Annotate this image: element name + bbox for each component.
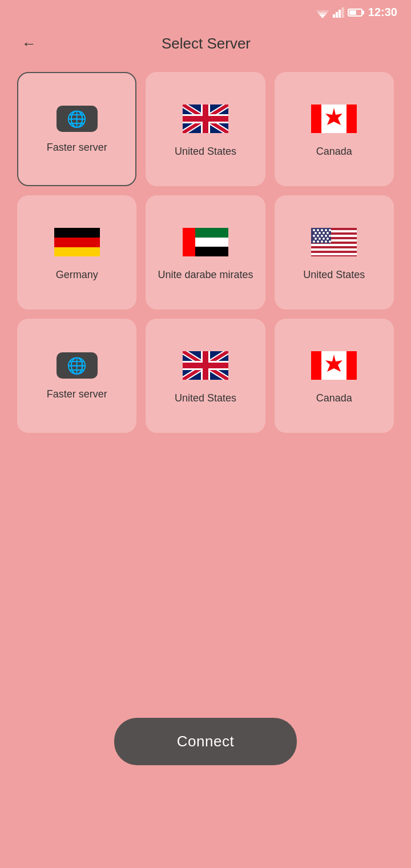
svg-point-53 <box>327 238 329 240</box>
battery-icon <box>348 9 362 17</box>
server-name-canada-2: Canada <box>316 392 352 405</box>
header: ← Select Server <box>0 19 411 63</box>
svg-rect-22 <box>54 238 100 247</box>
svg-rect-34 <box>311 253 357 255</box>
server-name-united-states-1: United States <box>175 145 236 158</box>
server-name-united-states-2: United States <box>303 268 365 282</box>
svg-rect-70 <box>346 351 357 380</box>
svg-point-45 <box>313 235 315 237</box>
svg-rect-5 <box>336 12 338 18</box>
flag-container-usa <box>308 225 360 259</box>
svg-point-38 <box>321 229 323 231</box>
svg-point-58 <box>329 240 331 243</box>
svg-rect-16 <box>183 116 228 122</box>
svg-point-42 <box>319 232 321 234</box>
server-card-faster-server-2[interactable]: 🌐 Faster server <box>17 319 136 433</box>
server-card-canada-1[interactable]: Canada <box>275 72 394 186</box>
svg-point-55 <box>317 240 319 243</box>
svg-point-52 <box>323 238 325 240</box>
connect-button[interactable]: Connect <box>114 718 297 765</box>
uk-flag-icon-2 <box>183 351 228 380</box>
svg-point-43 <box>323 232 325 234</box>
uae-flag-icon <box>183 228 228 256</box>
svg-point-39 <box>325 229 327 231</box>
server-name-uae: Unite darabe mirates <box>158 268 253 282</box>
server-name-germany: Germany <box>56 268 98 282</box>
svg-rect-6 <box>339 10 341 18</box>
svg-point-57 <box>325 240 327 243</box>
svg-rect-69 <box>311 351 321 380</box>
wifi-icon <box>316 7 329 18</box>
server-card-united-states-2[interactable]: United States <box>275 195 394 310</box>
globe-icon: 🌐 <box>57 106 98 132</box>
flag-container-uk-2 <box>180 348 231 383</box>
svg-point-37 <box>317 229 319 231</box>
svg-point-44 <box>327 232 329 234</box>
server-card-united-states-3[interactable]: United States <box>146 319 265 433</box>
svg-point-54 <box>313 240 315 243</box>
flag-container-uae <box>180 225 231 259</box>
page-title: Select Server <box>41 35 371 53</box>
svg-point-51 <box>319 238 321 240</box>
connect-section: Connect <box>0 718 411 765</box>
svg-point-49 <box>329 235 331 237</box>
status-bar: 12:30 <box>0 0 411 19</box>
canada-flag-icon-1 <box>311 105 357 133</box>
svg-rect-27 <box>183 228 195 256</box>
svg-rect-33 <box>311 248 357 251</box>
svg-rect-18 <box>311 105 321 133</box>
server-grid: 🌐 Faster server United States <box>0 63 411 442</box>
svg-rect-4 <box>333 14 335 18</box>
server-card-faster-server-1[interactable]: 🌐 Faster server <box>17 72 136 186</box>
back-button[interactable]: ← <box>17 30 41 57</box>
svg-rect-19 <box>346 105 357 133</box>
usa-flag-icon <box>311 228 357 256</box>
svg-rect-7 <box>341 7 344 18</box>
signal-icon <box>333 7 344 18</box>
svg-rect-67 <box>183 363 228 368</box>
flag-container-uk <box>180 102 231 136</box>
svg-rect-32 <box>311 244 357 246</box>
svg-rect-21 <box>54 228 100 238</box>
svg-point-50 <box>315 238 317 240</box>
server-name-canada-1: Canada <box>316 145 352 158</box>
flag-container-germany <box>51 225 103 259</box>
uk-flag-icon <box>183 105 228 133</box>
status-time: 12:30 <box>368 6 397 19</box>
svg-point-56 <box>321 240 323 243</box>
server-card-germany[interactable]: Germany <box>17 195 136 310</box>
server-name-united-states-3: United States <box>175 392 236 405</box>
status-icons: 12:30 <box>316 6 397 19</box>
svg-point-46 <box>317 235 319 237</box>
flag-container-canada-1 <box>308 102 360 136</box>
svg-point-40 <box>329 229 331 231</box>
server-card-united-states-1[interactable]: United States <box>146 72 265 186</box>
server-card-canada-2[interactable]: Canada <box>275 319 394 433</box>
flag-container-canada-2 <box>308 348 360 383</box>
svg-point-48 <box>325 235 327 237</box>
server-name-faster-server-2: Faster server <box>47 388 107 401</box>
svg-point-41 <box>315 232 317 234</box>
canada-flag-icon-2 <box>311 351 357 380</box>
back-arrow-icon: ← <box>22 35 37 52</box>
globe-icon-2: 🌐 <box>57 352 98 379</box>
svg-point-47 <box>321 235 323 237</box>
svg-point-36 <box>313 229 315 231</box>
germany-flag-icon <box>54 228 100 256</box>
svg-rect-23 <box>54 247 100 256</box>
server-name-faster-server-1: Faster server <box>47 141 107 154</box>
server-card-uae[interactable]: Unite darabe mirates <box>146 195 265 310</box>
